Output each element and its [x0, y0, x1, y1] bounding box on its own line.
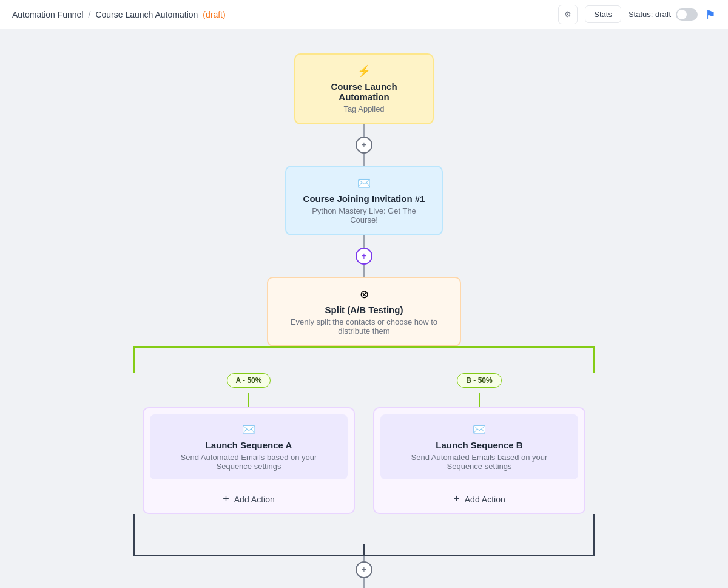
stats-button[interactable]: Stats — [585, 5, 621, 23]
canvas: ⚡ Course Launch Automation Tag Applied +… — [0, 29, 728, 588]
gear-icon: ⚙ — [564, 10, 571, 19]
merge-center-vline — [363, 544, 365, 556]
vline-2a — [363, 235, 365, 248]
split-icon: ⊗ — [280, 288, 448, 301]
breadcrumb: Automation Funnel / Course Launch Automa… — [12, 10, 226, 19]
email-icon: ✉️ — [298, 177, 430, 190]
split-node[interactable]: ⊗ Split (A/B Testing) Evenly split the c… — [267, 277, 461, 346]
branch-a-vline — [248, 393, 249, 407]
breadcrumb-separator: / — [89, 10, 91, 19]
branch-b: B - 50% ✉️ Launch Sequence B Send Automa… — [364, 373, 595, 514]
branch-b-label: B - 50% — [457, 373, 501, 388]
flag-icon[interactable]: ⚑ — [705, 7, 716, 22]
email-title: Course Joining Invitation #1 — [298, 194, 430, 204]
split-down-left — [133, 346, 135, 373]
sequence-b-card[interactable]: ✉️ Launch Sequence B Send Automated Emai… — [373, 407, 585, 514]
add-action-b-plus-icon: + — [453, 493, 460, 505]
flow-container: ⚡ Course Launch Automation Tag Applied +… — [12, 53, 716, 588]
header-actions: ⚙ Stats Status: draft ⚑ — [558, 5, 716, 24]
vline-1a — [363, 124, 365, 137]
add-step-button-1[interactable]: + — [356, 137, 372, 154]
split-branches: A - 50% ✉️ Launch Sequence A Send Automa… — [133, 373, 595, 514]
split-title: Split (A/B Testing) — [280, 305, 448, 315]
sequence-a-subtitle: Send Automated Emails based on your Sequ… — [162, 453, 335, 471]
sequence-a-card[interactable]: ✉️ Launch Sequence A Send Automated Emai… — [143, 407, 355, 514]
vline-2b — [363, 265, 365, 277]
sequence-b-inner: ✉️ Launch Sequence B Send Automated Emai… — [380, 414, 578, 479]
merge-left-vline — [133, 514, 135, 556]
merge-area — [133, 514, 595, 556]
add-action-a-button[interactable]: + Add Action — [144, 485, 354, 513]
status-toggle[interactable] — [676, 8, 698, 21]
email-subtitle: Python Mastery Live: Get The Course! — [298, 206, 430, 225]
breadcrumb-draft: (draft) — [203, 10, 225, 19]
trigger-title: Course Launch Automation — [308, 81, 420, 102]
connector-3: + — [356, 556, 372, 588]
trigger-icon: ⚡ — [308, 64, 420, 78]
add-action-b-button[interactable]: + Add Action — [374, 485, 584, 513]
email-node[interactable]: ✉️ Course Joining Invitation #1 Python M… — [285, 166, 443, 235]
add-step-button-3[interactable]: + — [356, 561, 372, 578]
vline-3a — [363, 556, 365, 561]
trigger-node[interactable]: ⚡ Course Launch Automation Tag Applied — [294, 53, 434, 124]
sequence-b-icon: ✉️ — [393, 423, 566, 436]
connector-2: + — [356, 235, 372, 277]
add-action-a-label: Add Action — [234, 495, 275, 504]
sequence-b-title: Launch Sequence B — [393, 440, 566, 450]
merge-right-vline — [593, 514, 595, 556]
sequence-b-subtitle: Send Automated Emails based on your Sequ… — [393, 453, 566, 471]
vline-3b — [363, 578, 365, 588]
sequence-a-title: Launch Sequence A — [162, 440, 335, 450]
split-line-right — [364, 346, 595, 348]
split-subtitle: Evenly split the contacts or choose how … — [280, 317, 448, 336]
sequence-a-inner: ✉️ Launch Sequence A Send Automated Emai… — [150, 414, 348, 479]
trigger-subtitle: Tag Applied — [308, 104, 420, 113]
add-action-a-plus-icon: + — [223, 493, 229, 505]
split-line-left — [133, 346, 364, 348]
add-step-button-2[interactable]: + — [356, 248, 372, 265]
split-down-right — [593, 346, 595, 373]
sequence-a-icon: ✉️ — [162, 423, 335, 436]
branch-a: A - 50% ✉️ Launch Sequence A Send Automa… — [133, 373, 364, 514]
connector-1: + — [356, 124, 372, 166]
breadcrumb-current: Course Launch Automation — [95, 10, 198, 19]
header: Automation Funnel / Course Launch Automa… — [0, 0, 728, 29]
status-label: Status: draft — [629, 10, 671, 19]
branch-b-vline — [479, 393, 480, 407]
split-horizontal-connector — [133, 346, 595, 373]
add-action-b-label: Add Action — [465, 495, 505, 504]
gear-button[interactable]: ⚙ — [558, 5, 578, 24]
vline-1b — [363, 154, 365, 166]
status-area: Status: draft — [629, 8, 698, 21]
branch-a-label: A - 50% — [227, 373, 271, 388]
breadcrumb-parent[interactable]: Automation Funnel — [12, 10, 84, 19]
